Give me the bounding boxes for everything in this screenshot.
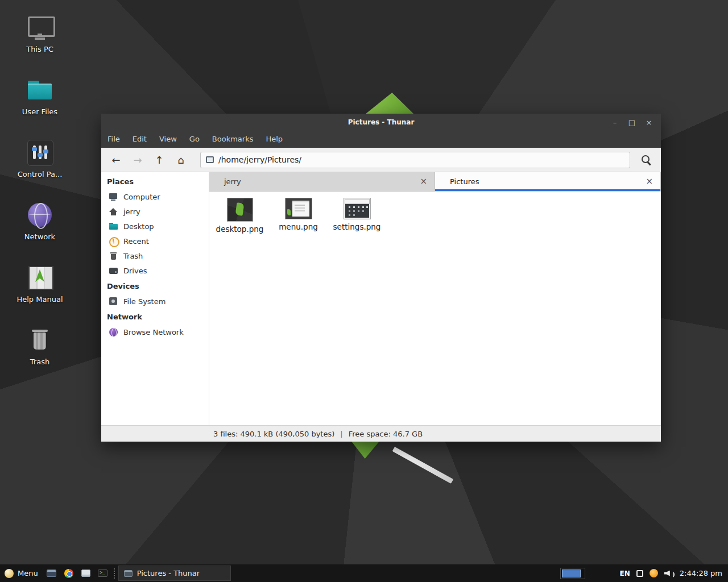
taskbar-separator <box>114 568 115 579</box>
desktop-icon-help-manual[interactable]: Help Manual <box>9 265 71 304</box>
workspace-pager[interactable] <box>560 568 585 579</box>
status-free-space: Free space: 46.7 GB <box>349 430 423 438</box>
taskbar-window-button[interactable]: Pictures - Thunar <box>118 566 231 581</box>
status-bar: 3 files: 490.1 kB (490,050 bytes) | Free… <box>101 425 661 442</box>
computer-icon <box>26 15 53 40</box>
sidebar-item-recent[interactable]: Recent <box>101 234 209 248</box>
computer-icon <box>109 192 118 202</box>
disk-icon <box>109 297 118 306</box>
file-manager-launcher[interactable] <box>77 564 94 582</box>
close-icon[interactable]: × <box>420 177 427 186</box>
thumbnail-menu-png <box>286 198 312 219</box>
sidebar-item-label: File System <box>123 297 166 306</box>
taskbar-clock[interactable]: 2:44:28 pm <box>680 569 722 577</box>
main-area: jerry × Pictures × desktop.png menu.png <box>209 172 661 425</box>
window-controls: – □ × <box>610 118 661 127</box>
menu-edit[interactable]: Edit <box>126 131 153 148</box>
menubar: File Edit View Go Bookmarks Help <box>101 131 661 148</box>
clock-icon <box>109 236 118 246</box>
menu-icon <box>5 569 14 578</box>
applications-menu-button[interactable]: Menu <box>0 564 43 582</box>
sidebar-item-label: Browse Network <box>123 328 184 336</box>
sidebar-item-label: Computer <box>123 193 160 201</box>
sidebar-header-network: Network <box>101 309 209 325</box>
sidebar-item-label: jerry <box>123 207 140 216</box>
sidebar-item-label: Desktop <box>123 222 154 231</box>
control-panel-icon <box>26 140 53 165</box>
terminal-launcher[interactable] <box>94 564 111 582</box>
tab-jerry[interactable]: jerry × <box>209 172 435 191</box>
tray-square-icon[interactable] <box>636 570 643 577</box>
files-icon <box>81 569 90 577</box>
window-icon <box>47 569 56 577</box>
current-path: /home/jerry/Pictures/ <box>218 155 301 164</box>
sidebar-item-browse-network[interactable]: Browse Network <box>101 325 209 339</box>
desktop-icon-this-pc[interactable]: This PC <box>9 15 71 53</box>
desktop-icon-label: Help Manual <box>16 295 63 304</box>
menu-bookmarks[interactable]: Bookmarks <box>206 131 260 148</box>
path-bar[interactable]: /home/jerry/Pictures/ <box>200 152 630 168</box>
show-desktop-button[interactable] <box>43 564 60 582</box>
globe-icon <box>109 327 118 337</box>
folder-icon <box>26 77 53 102</box>
menu-view[interactable]: View <box>153 131 183 148</box>
desktop-icon-trash[interactable]: Trash <box>9 327 71 366</box>
menu-label: Menu <box>18 569 38 577</box>
tab-bar: jerry × Pictures × <box>209 172 661 192</box>
notification-icon[interactable] <box>650 569 658 577</box>
close-button[interactable]: × <box>644 118 654 127</box>
sidebar-header-devices: Devices <box>101 278 209 294</box>
volume-icon[interactable] <box>664 569 673 577</box>
maximize-button[interactable]: □ <box>627 118 637 127</box>
status-divider: | <box>340 430 342 438</box>
sidebar-item-label: Drives <box>123 267 147 275</box>
trash-icon <box>109 251 118 261</box>
sidebar-item-label: Recent <box>123 237 149 246</box>
home-button[interactable]: ⌂ <box>171 151 191 169</box>
window-title: Pictures - Thunar <box>101 118 661 126</box>
desktop-icon-label: User Files <box>22 107 57 116</box>
desktop-icon-control-panel[interactable]: Control Pa... <box>9 140 71 178</box>
sidebar-item-computer[interactable]: Computer <box>101 189 209 204</box>
sidebar-item-desktop[interactable]: Desktop <box>101 219 209 234</box>
menu-go[interactable]: Go <box>183 131 206 148</box>
desktop-icon-network[interactable]: Network <box>9 202 71 241</box>
globe-icon <box>26 202 53 227</box>
browser-launcher[interactable] <box>60 564 77 582</box>
tab-pictures[interactable]: Pictures × <box>435 172 661 191</box>
terminal-icon <box>98 569 107 577</box>
menu-file[interactable]: File <box>101 131 126 148</box>
keyboard-layout-indicator[interactable]: EN <box>620 569 630 577</box>
desktop-icon-user-files[interactable]: User Files <box>9 77 71 116</box>
taskbar: Menu Pictures - Thunar EN 2:44:28 pm <box>0 564 728 582</box>
file-list[interactable]: desktop.png menu.png settings.png <box>209 192 661 425</box>
sidebar-item-jerry[interactable]: jerry <box>101 204 209 219</box>
file-menu-png[interactable]: menu.png <box>269 196 328 231</box>
menu-help[interactable]: Help <box>259 131 289 148</box>
sidebar: Places Computer jerry Desktop Recent Tra… <box>101 172 209 425</box>
window-body: Places Computer jerry Desktop Recent Tra… <box>101 172 661 425</box>
status-files-info: 3 files: 490.1 kB (490,050 bytes) <box>213 430 334 438</box>
minimize-button[interactable]: – <box>610 118 620 127</box>
trash-icon <box>26 327 53 352</box>
sidebar-item-drives[interactable]: Drives <box>101 263 209 278</box>
search-button[interactable] <box>636 151 656 169</box>
drive-icon <box>109 266 118 276</box>
thunar-window: Pictures - Thunar – □ × File Edit View G… <box>101 114 661 442</box>
thunar-icon <box>124 570 133 577</box>
file-settings-png[interactable]: settings.png <box>328 196 386 231</box>
close-icon[interactable]: × <box>646 177 653 186</box>
window-titlebar[interactable]: Pictures - Thunar – □ × <box>101 114 661 131</box>
sidebar-item-trash[interactable]: Trash <box>101 248 209 263</box>
desktop-icon-label: Network <box>24 232 55 241</box>
pager-active-window <box>562 569 581 577</box>
back-button[interactable]: ← <box>106 151 126 169</box>
file-desktop-png[interactable]: desktop.png <box>210 196 269 234</box>
thumbnail-desktop-png <box>228 198 253 221</box>
sidebar-item-file-system[interactable]: File System <box>101 294 209 309</box>
chrome-icon <box>64 569 73 578</box>
system-tray: EN 2:44:28 pm <box>560 564 728 582</box>
home-icon <box>109 207 118 217</box>
forward-button[interactable]: → <box>127 151 148 169</box>
up-button[interactable]: ↑ <box>149 151 169 169</box>
